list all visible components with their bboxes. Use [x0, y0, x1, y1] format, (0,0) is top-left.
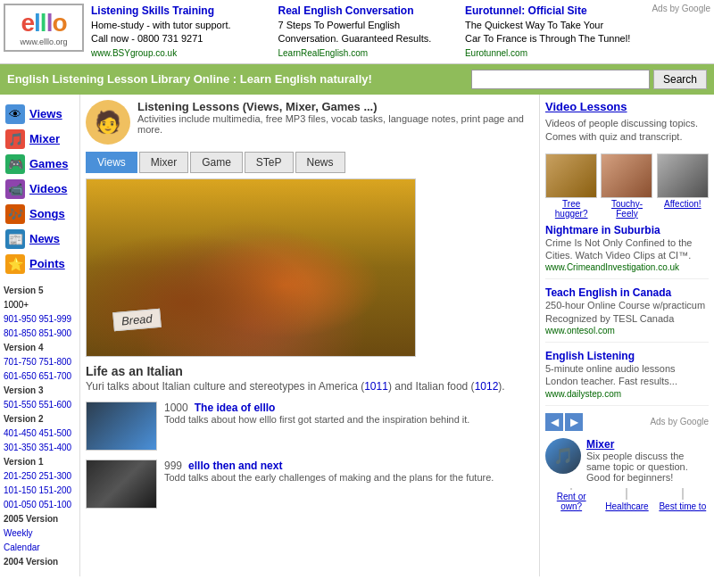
lesson-title-999[interactable]: elllo then and next — [188, 460, 282, 472]
right-ad-3-desc: 5-minute online audio lessons London tea… — [545, 362, 709, 388]
tab-game[interactable]: Game — [190, 152, 243, 173]
caption-desc: Yuri talks about Italian culture and ste… — [86, 380, 534, 393]
right-ad-3: English Listening 5-minute online audio … — [545, 350, 709, 406]
v5-link-2[interactable]: 951-999 — [38, 314, 71, 324]
ad-banner: elllo www.elllo.org Listening Skills Tra… — [0, 0, 714, 64]
nav-item-songs[interactable]: 🎶 Songs — [4, 202, 76, 227]
right-ad-2-desc: 250-hour Online Course w/practicum Recog… — [545, 299, 709, 325]
v5-link-4[interactable]: 851-900 — [38, 328, 71, 338]
vid-thumb-3[interactable] — [657, 153, 709, 198]
tagline: English Listening Lesson Library Online … — [7, 72, 372, 86]
v3-link-1[interactable]: 501-550 — [4, 400, 37, 410]
bot-col-2: Healthcare — [601, 488, 652, 511]
bot-label-1[interactable]: Rent or own? — [545, 492, 597, 511]
v1-link-6[interactable]: 051-100 — [38, 500, 71, 509]
nav-item-mixer[interactable]: 🎵 Mixer — [4, 127, 76, 152]
lessons-title: Listening Lessons — [137, 100, 239, 113]
next-arrow[interactable]: ▶ — [565, 413, 583, 431]
nav-item-views[interactable]: 👁 Views — [4, 102, 76, 127]
nav-item-points[interactable]: ⭐ Points — [4, 252, 76, 277]
bread-visual — [87, 179, 415, 356]
v2-link-1[interactable]: 401-450 — [4, 428, 37, 438]
lessons-sub: (Views, Mixer, Games ...) — [243, 100, 378, 113]
mixer-desc: Six people discuss the same topic or que… — [586, 451, 709, 483]
ad-3-title[interactable]: Eurotunnel: Official Site — [465, 4, 644, 19]
nav-label-points: Points — [29, 257, 65, 270]
video-lessons-title[interactable]: Video Lessons — [545, 100, 709, 113]
lessons-header: 🧑 Listening Lessons (Views, Mixer, Games… — [86, 100, 534, 145]
caption-title: Life as an Italian — [86, 364, 534, 378]
views-icon: 👁 — [5, 104, 25, 124]
version-5-sub: 1000+ — [4, 298, 76, 312]
nav-label-songs: Songs — [29, 207, 65, 220]
right-ad-1: Nightmare in Suburbia Crime Is Not Only … — [545, 224, 709, 280]
tab-news[interactable]: News — [295, 152, 345, 173]
tab-mixer[interactable]: Mixer — [139, 152, 188, 173]
bot-thumb-1[interactable] — [570, 488, 572, 490]
nav-item-news[interactable]: 📰 News — [4, 227, 76, 252]
ad-1-url: www.BSYgroup.co.uk — [91, 48, 177, 58]
nav-label-videos: Videos — [29, 182, 67, 195]
center-content: 🧑 Listening Lessons (Views, Mixer, Games… — [80, 95, 540, 576]
search-button[interactable]: Search — [653, 70, 707, 89]
bot-thumb-2[interactable] — [626, 488, 627, 500]
logo-sub: www.elllo.org — [9, 37, 79, 46]
lesson-thumb-999 — [86, 460, 157, 509]
v4-link-1[interactable]: 701-750 — [4, 357, 37, 367]
lesson-item-1000: 1000 The idea of elllo Todd talks about … — [86, 402, 534, 451]
v4-link-3[interactable]: 601-650 — [4, 371, 37, 381]
vid-thumb-2[interactable] — [601, 153, 652, 198]
right-ad-2: Teach English in Canada 250-hour Online … — [545, 286, 709, 343]
nav-arrows: ◀ ▶ — [545, 413, 583, 431]
v1-link-1[interactable]: 201-250 — [4, 471, 37, 481]
version-1-title: Version 1 — [4, 455, 76, 469]
thumb-label-2[interactable]: Touchy-Feely — [601, 199, 652, 219]
bottom-thumbs: Rent or own? Healthcare Best time to — [545, 488, 709, 511]
v1-link-2[interactable]: 251-300 — [38, 471, 71, 481]
nav-label-mixer: Mixer — [29, 132, 60, 145]
bot-label-2[interactable]: Healthcare — [605, 501, 648, 511]
v2005-calendar[interactable]: Calendar — [4, 542, 40, 552]
v2-link-3[interactable]: 301-350 — [4, 443, 37, 452]
right-ad-1-desc: Crime Is Not Only Confined to the Cities… — [545, 236, 709, 262]
v2005-weekly[interactable]: Weekly — [4, 528, 33, 538]
v4-link-4[interactable]: 651-700 — [38, 371, 71, 381]
v1-link-4[interactable]: 151-200 — [38, 485, 71, 495]
nav-item-games[interactable]: 🎮 Games — [4, 152, 76, 177]
v1-link-3[interactable]: 101-150 — [4, 485, 37, 495]
v5-link-1[interactable]: 901-950 — [4, 314, 37, 324]
ad-1-title[interactable]: Listening Skills Training — [91, 4, 270, 19]
v2-link-4[interactable]: 351-400 — [38, 443, 71, 452]
prev-arrow[interactable]: ◀ — [545, 413, 563, 431]
caption-link-2[interactable]: 1012 — [475, 380, 499, 393]
nav-item-videos[interactable]: 📹 Videos — [4, 177, 76, 202]
tab-step[interactable]: STeP — [245, 152, 294, 173]
right-ad-1-title[interactable]: Nightmare in Suburbia — [545, 224, 660, 236]
v3-link-2[interactable]: 551-600 — [38, 400, 71, 410]
v5-link-3[interactable]: 801-850 — [4, 328, 37, 338]
ad-3-url: Eurotunnel.com — [465, 48, 527, 58]
logo[interactable]: elllo www.elllo.org — [4, 4, 84, 52]
lesson-thumb-1000 — [86, 402, 157, 451]
search-input[interactable] — [471, 70, 650, 89]
thumb-label-1[interactable]: Tree hugger? — [545, 199, 597, 219]
v1-link-5[interactable]: 001-050 — [4, 500, 37, 509]
mixer-icon-nav: 🎵 — [5, 129, 25, 149]
lesson-title-1000[interactable]: The idea of elllo — [195, 402, 276, 414]
bot-label-3[interactable]: Best time to — [659, 501, 706, 511]
vid-thumb-1[interactable] — [545, 153, 597, 198]
ad-2-title[interactable]: Real English Conversation — [278, 4, 457, 19]
right-ad-3-title[interactable]: English Listening — [545, 350, 635, 362]
lesson-desc-1000: Todd talks about how elllo first got sta… — [164, 414, 469, 425]
v2-link-2[interactable]: 451-500 — [38, 428, 71, 438]
version-2-title: Version 2 — [4, 412, 76, 427]
caption-link-1[interactable]: 1011 — [364, 380, 388, 393]
v4-link-2[interactable]: 751-800 — [38, 357, 71, 367]
lesson-text-1000: 1000 The idea of elllo Todd talks about … — [164, 402, 469, 425]
bot-thumb-3[interactable] — [682, 488, 684, 500]
mixer-title[interactable]: Mixer — [586, 438, 614, 451]
thumb-label-3[interactable]: Affection! — [664, 199, 702, 209]
right-ad-2-title[interactable]: Teach English in Canada — [545, 286, 671, 299]
tab-views[interactable]: Views — [86, 152, 137, 173]
lesson-num-1000: 1000 — [164, 402, 188, 414]
